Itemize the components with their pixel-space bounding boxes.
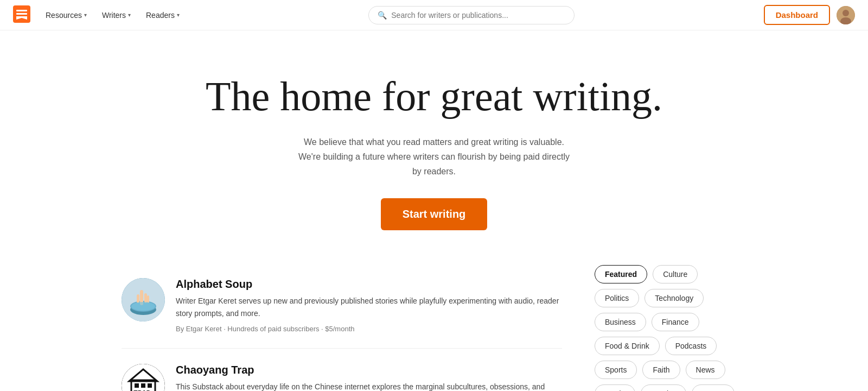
categories-panel: FeaturedCulturePoliticsTechnologyBusines… (595, 263, 746, 391)
svg-rect-10 (137, 294, 139, 303)
publication-avatar[interactable] (122, 278, 165, 321)
navbar-right: Dashboard (764, 5, 855, 25)
publication-meta: By Etgar Keret · Hundreds of paid subscr… (176, 325, 562, 333)
category-tag-crypto[interactable]: Crypto (692, 384, 735, 391)
svg-point-4 (843, 10, 849, 16)
nav-resources[interactable]: Resources ▾ (46, 11, 87, 20)
publication-name[interactable]: Alphabet Soup (176, 278, 562, 291)
dashboard-button[interactable]: Dashboard (764, 5, 830, 25)
category-grid: FeaturedCulturePoliticsTechnologyBusines… (595, 265, 746, 391)
svg-rect-19 (141, 383, 145, 388)
hero-section: The home for great writing. We believe t… (190, 30, 678, 263)
publication-item: TRAP Chaoyang Trap This Substack about e… (122, 349, 562, 391)
svg-rect-20 (148, 383, 152, 388)
category-tag-sports[interactable]: Sports (595, 361, 637, 379)
category-tag-technology[interactable]: Technology (644, 289, 704, 307)
publication-item: Alphabet Soup Writer Etgar Keret serves … (122, 263, 562, 349)
svg-rect-12 (147, 295, 149, 303)
publication-name[interactable]: Chaoyang Trap (176, 364, 562, 376)
category-tag-finance[interactable]: Finance (652, 313, 699, 331)
substack-logo-icon (13, 5, 30, 23)
svg-point-13 (131, 302, 155, 311)
nav-readers[interactable]: Readers ▾ (146, 11, 180, 20)
svg-text:TRAP: TRAP (133, 389, 150, 391)
category-tag-politics[interactable]: Politics (595, 289, 639, 307)
category-tag-comics[interactable]: Comics (641, 384, 687, 391)
chevron-down-icon: ▾ (177, 12, 180, 18)
chevron-down-icon: ▾ (84, 12, 87, 18)
search-input[interactable] (391, 11, 565, 20)
publication-description: This Substack about everyday life on the… (176, 381, 562, 391)
search-icon: 🔍 (378, 11, 387, 20)
search-bar[interactable]: 🔍 (368, 6, 575, 24)
category-tag-food---drink[interactable]: Food & Drink (595, 337, 660, 355)
publications-list: Alphabet Soup Writer Etgar Keret serves … (122, 263, 562, 391)
category-tag-podcasts[interactable]: Podcasts (665, 337, 717, 355)
category-tag-featured[interactable]: Featured (595, 265, 647, 283)
start-writing-button[interactable]: Start writing (381, 198, 488, 230)
svg-rect-1 (16, 10, 27, 11)
publication-avatar[interactable]: TRAP (122, 364, 165, 391)
svg-rect-18 (135, 383, 139, 388)
logo-link[interactable] (13, 5, 30, 25)
category-tag-music[interactable]: Music (595, 384, 635, 391)
chaoyang-trap-image: TRAP (122, 364, 165, 391)
navbar-left: Resources ▾ Writers ▾ Readers ▾ (13, 5, 180, 25)
svg-rect-2 (16, 13, 27, 15)
nav-writers[interactable]: Writers ▾ (102, 11, 131, 20)
category-tag-news[interactable]: News (686, 361, 725, 379)
category-tag-faith[interactable]: Faith (642, 361, 680, 379)
main-content: Alphabet Soup Writer Etgar Keret serves … (108, 263, 760, 391)
avatar-image (837, 6, 855, 24)
avatar[interactable] (837, 6, 855, 24)
alphabet-soup-image (122, 278, 165, 321)
chevron-down-icon: ▾ (128, 12, 131, 18)
navbar: Resources ▾ Writers ▾ Readers ▾ 🔍 Dashbo… (0, 0, 868, 30)
hero-subtitle: We believe that what you read matters an… (293, 135, 575, 179)
category-tag-culture[interactable]: Culture (653, 265, 698, 283)
category-tag-business[interactable]: Business (595, 313, 646, 331)
publication-description: Writer Etgar Keret serves up new and pre… (176, 295, 562, 319)
publication-info: Alphabet Soup Writer Etgar Keret serves … (176, 278, 562, 333)
hero-title: The home for great writing. (203, 74, 665, 119)
publication-info: Chaoyang Trap This Substack about everyd… (176, 364, 562, 391)
svg-rect-11 (144, 293, 147, 303)
